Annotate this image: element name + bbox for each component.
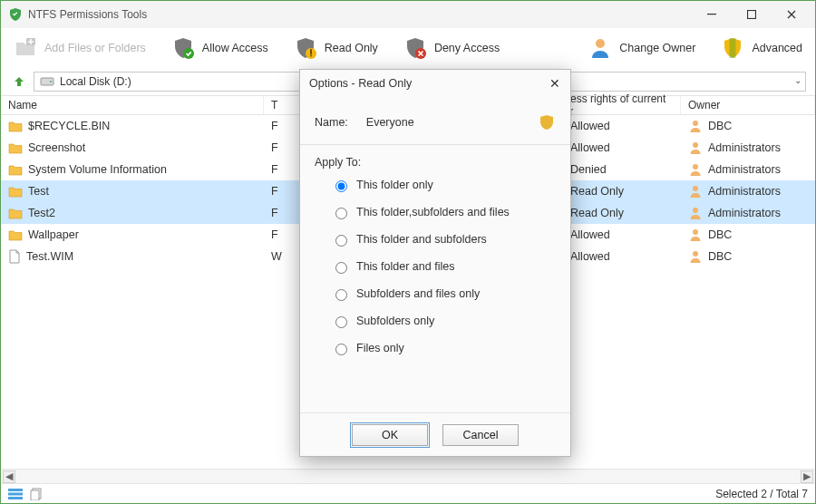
item-rights: Read Only bbox=[570, 185, 624, 198]
apply-option[interactable]: This folder and files bbox=[331, 259, 556, 274]
apply-radio[interactable] bbox=[335, 208, 347, 219]
svg-point-6 bbox=[596, 39, 605, 48]
svg-rect-17 bbox=[8, 492, 23, 495]
scroll-left-icon[interactable]: ◀ bbox=[3, 470, 15, 483]
ok-button[interactable]: OK bbox=[352, 424, 428, 446]
item-name: System Volume Information bbox=[28, 163, 167, 176]
shield-advanced-icon bbox=[721, 36, 744, 60]
maximize-button[interactable] bbox=[732, 2, 772, 27]
item-owner: Administrators bbox=[708, 163, 781, 176]
shield-readonly-icon bbox=[294, 36, 317, 60]
item-type: F bbox=[271, 228, 278, 241]
item-owner: DBC bbox=[708, 228, 732, 241]
item-type: F bbox=[271, 185, 278, 198]
item-owner: Administrators bbox=[708, 141, 781, 154]
user-icon bbox=[688, 141, 703, 155]
dialog-name-label: Name: bbox=[315, 116, 348, 129]
item-type: F bbox=[271, 141, 278, 154]
item-name: Test bbox=[28, 185, 49, 198]
apply-radio[interactable] bbox=[335, 262, 347, 274]
shield-allow-icon bbox=[171, 36, 195, 60]
apply-option[interactable]: This folder and subfolders bbox=[331, 232, 556, 247]
deny-access-button[interactable]: Deny Access bbox=[403, 36, 500, 60]
svg-point-10 bbox=[693, 142, 698, 148]
svg-point-8 bbox=[50, 81, 52, 82]
advanced-label: Advanced bbox=[752, 42, 802, 54]
chevron-down-icon[interactable]: ⌄ bbox=[794, 75, 801, 85]
apply-radio[interactable] bbox=[335, 344, 347, 355]
apply-option[interactable]: Subfolders and files only bbox=[331, 286, 556, 301]
apply-option-label: Subfolders and files only bbox=[356, 287, 480, 300]
close-button[interactable] bbox=[772, 2, 811, 27]
horizontal-scrollbar[interactable]: ◀ ▶ bbox=[1, 469, 815, 483]
cancel-button[interactable]: Cancel bbox=[442, 424, 519, 446]
apply-option-label: Subfolders only bbox=[356, 315, 434, 327]
advanced-button[interactable]: Advanced bbox=[721, 36, 802, 60]
user-icon bbox=[688, 162, 703, 177]
change-owner-button[interactable]: Change Owner bbox=[588, 36, 695, 60]
user-icon bbox=[688, 228, 703, 242]
folder-icon bbox=[8, 207, 23, 219]
dialog-title: Options - Read Only bbox=[300, 70, 570, 97]
add-files-button[interactable]: Add Files or Folders bbox=[14, 36, 146, 60]
svg-rect-16 bbox=[8, 489, 23, 491]
item-type: F bbox=[271, 207, 278, 219]
folder-icon bbox=[8, 141, 23, 154]
apply-radio[interactable] bbox=[335, 289, 347, 301]
item-rights: Allowed bbox=[570, 228, 610, 241]
svg-point-12 bbox=[693, 186, 698, 191]
apply-radio[interactable] bbox=[335, 235, 347, 247]
apply-option[interactable]: Files only bbox=[331, 341, 556, 355]
user-icon bbox=[688, 249, 703, 264]
svg-point-15 bbox=[693, 251, 698, 257]
user-icon bbox=[688, 206, 703, 220]
copy-icon[interactable] bbox=[30, 488, 43, 500]
file-icon bbox=[8, 249, 21, 264]
item-type: F bbox=[271, 120, 278, 132]
read-only-button[interactable]: Read Only bbox=[294, 36, 378, 60]
svg-rect-1 bbox=[748, 11, 756, 19]
arrow-up-icon bbox=[12, 74, 26, 89]
apply-radio[interactable] bbox=[335, 180, 347, 192]
read-only-label: Read Only bbox=[325, 42, 378, 54]
header-name[interactable]: Name bbox=[1, 96, 264, 114]
allow-access-button[interactable]: Allow Access bbox=[171, 36, 268, 60]
apply-option[interactable]: This folder only bbox=[331, 178, 556, 192]
user-icon bbox=[688, 184, 703, 199]
status-text: Selected 2 / Total 7 bbox=[715, 488, 808, 500]
svg-rect-0 bbox=[707, 14, 716, 15]
scroll-right-icon[interactable]: ▶ bbox=[801, 470, 813, 483]
dialog-name-value: Everyone bbox=[366, 116, 414, 129]
apply-to-label: Apply To: bbox=[315, 156, 556, 169]
up-button[interactable] bbox=[10, 73, 28, 91]
deny-access-label: Deny Access bbox=[434, 42, 500, 54]
header-owner[interactable]: Owner bbox=[681, 96, 815, 114]
drive-icon bbox=[40, 75, 54, 88]
folder-icon bbox=[8, 163, 23, 176]
view-mode-icon[interactable] bbox=[8, 489, 23, 499]
user-icon bbox=[688, 119, 703, 133]
apply-option[interactable]: This folder,subfolders and files bbox=[331, 205, 556, 219]
apply-radio[interactable] bbox=[335, 316, 347, 328]
apply-option[interactable]: Subfolders only bbox=[331, 314, 556, 328]
app-shield-icon bbox=[8, 7, 23, 22]
item-owner: Administrators bbox=[708, 185, 781, 198]
item-name: $RECYCLE.BIN bbox=[28, 120, 110, 132]
svg-rect-20 bbox=[31, 490, 39, 500]
item-name: Screenshot bbox=[28, 141, 85, 154]
add-files-label: Add Files or Folders bbox=[44, 42, 146, 54]
item-rights: Allowed bbox=[570, 141, 610, 154]
folder-icon bbox=[8, 120, 23, 132]
minimize-button[interactable] bbox=[692, 2, 732, 27]
dialog-close-button[interactable]: ✕ bbox=[545, 73, 565, 93]
item-type: W bbox=[271, 250, 282, 263]
item-rights: Allowed bbox=[570, 250, 610, 263]
options-dialog: Options - Read Only ✕ Name: Everyone App… bbox=[299, 69, 571, 457]
user-icon bbox=[588, 36, 612, 60]
svg-point-13 bbox=[693, 208, 698, 213]
change-owner-label: Change Owner bbox=[619, 42, 695, 54]
apply-option-label: This folder only bbox=[356, 179, 433, 191]
folder-icon bbox=[8, 228, 23, 241]
svg-point-11 bbox=[693, 164, 698, 170]
svg-point-9 bbox=[693, 121, 698, 126]
